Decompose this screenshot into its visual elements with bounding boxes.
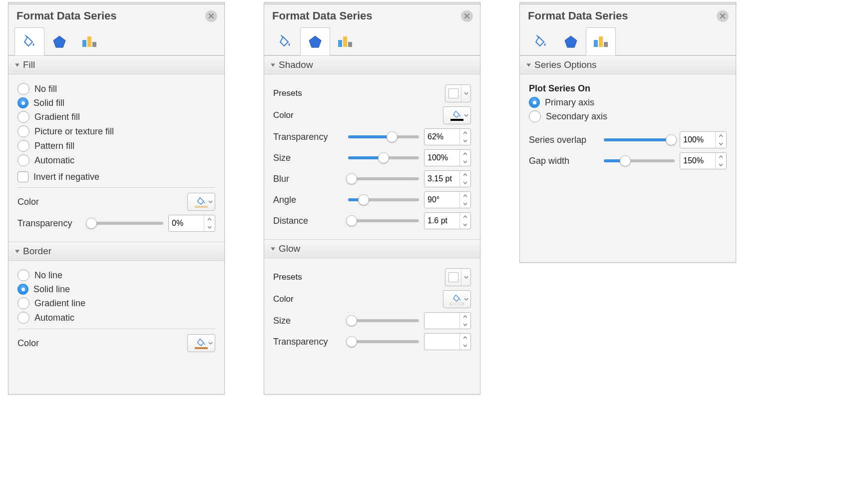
border-color-picker[interactable] — [187, 334, 215, 352]
radio-automatic-line[interactable]: Automatic — [17, 312, 215, 324]
glow-transparency-input[interactable] — [424, 333, 471, 350]
glow-size-input[interactable] — [424, 312, 471, 329]
color-label: Color — [273, 110, 294, 120]
stepper-down[interactable] — [460, 158, 470, 166]
stepper-down[interactable] — [460, 221, 470, 229]
fill-transparency-slider[interactable] — [87, 218, 163, 228]
series-overlap-input[interactable] — [680, 131, 727, 148]
glow-presets-dropdown[interactable] — [445, 268, 471, 286]
stepper-up[interactable] — [460, 313, 470, 321]
radio-secondary-axis[interactable]: Secondary axis — [529, 110, 727, 122]
shadow-angle-slider[interactable] — [348, 195, 419, 205]
tab-series-options[interactable] — [74, 27, 104, 55]
transparency-label: Transparency — [273, 337, 348, 347]
tab-series-options[interactable] — [586, 27, 616, 55]
stepper-up[interactable] — [460, 213, 470, 221]
radio-primary-axis[interactable]: Primary axis — [529, 97, 727, 108]
paint-bucket-icon — [196, 338, 206, 346]
tab-series-options[interactable] — [330, 27, 360, 55]
radio-solid-fill[interactable]: Solid fill — [17, 97, 215, 108]
stepper-down[interactable] — [460, 137, 470, 145]
close-button[interactable] — [717, 10, 729, 22]
bar-chart-icon — [337, 34, 354, 49]
stepper-down[interactable] — [204, 223, 214, 231]
paint-bucket-icon — [452, 110, 462, 118]
section-header-fill[interactable]: Fill — [8, 55, 224, 74]
presets-label: Presets — [273, 88, 302, 98]
stepper-up[interactable] — [460, 150, 470, 158]
shadow-blur-input[interactable] — [424, 170, 471, 187]
stepper-up[interactable] — [460, 334, 470, 342]
gap-width-input[interactable] — [680, 152, 727, 169]
fill-transparency-input[interactable] — [168, 215, 215, 232]
radio-gradient-fill[interactable]: Gradient fill — [17, 111, 215, 123]
series-overlap-slider[interactable] — [604, 135, 675, 145]
radio-picture-texture-fill[interactable]: Picture or texture fill — [17, 125, 215, 137]
shadow-color-picker[interactable] — [443, 106, 471, 124]
radio-no-fill[interactable]: No fill — [17, 83, 215, 95]
shadow-angle-input[interactable] — [424, 191, 471, 208]
format-panel-fill: Format Data Series Fill No fill Solid fi… — [8, 2, 225, 395]
distance-label: Distance — [273, 216, 348, 226]
radio-no-line[interactable]: No line — [17, 269, 215, 281]
chevron-down-icon — [461, 269, 470, 286]
stepper-up[interactable] — [716, 153, 726, 161]
shadow-distance-input[interactable] — [424, 212, 471, 229]
stepper-down[interactable] — [716, 161, 726, 169]
pentagon-icon — [52, 34, 67, 49]
paint-bucket-icon — [22, 34, 37, 49]
stepper-up[interactable] — [460, 192, 470, 200]
radio-pattern-fill[interactable]: Pattern fill — [17, 140, 215, 152]
title-bar: Format Data Series — [8, 4, 224, 25]
section-header-series-options[interactable]: Series Options — [520, 55, 736, 74]
disclosure-triangle-icon — [270, 62, 276, 68]
stepper-up[interactable] — [460, 129, 470, 137]
paint-bucket-icon — [278, 34, 293, 49]
stepper-down[interactable] — [460, 342, 470, 350]
section-header-glow[interactable]: Glow — [264, 239, 480, 258]
radio-automatic-fill[interactable]: Automatic — [17, 154, 215, 166]
svg-rect-2 — [92, 42, 96, 47]
svg-rect-4 — [343, 36, 347, 47]
stepper-up[interactable] — [716, 132, 726, 140]
tab-strip — [264, 27, 480, 55]
tab-fill-line[interactable] — [14, 27, 44, 55]
shadow-size-slider[interactable] — [348, 153, 419, 163]
section-label: Shadow — [279, 59, 313, 70]
fill-color-picker[interactable] — [187, 193, 215, 211]
shadow-transparency-input[interactable] — [424, 128, 471, 145]
radio-gradient-line[interactable]: Gradient line — [17, 297, 215, 309]
glow-size-slider[interactable] — [348, 316, 419, 326]
stepper-up[interactable] — [460, 171, 470, 179]
close-button[interactable] — [461, 10, 473, 22]
transparency-label: Transparency — [273, 132, 348, 142]
close-button[interactable] — [205, 10, 217, 22]
gap-width-slider[interactable] — [604, 156, 675, 166]
shadow-presets-dropdown[interactable] — [445, 84, 471, 102]
title-bar: Format Data Series — [520, 4, 736, 25]
glow-color-picker[interactable] — [443, 290, 471, 308]
shadow-distance-slider[interactable] — [348, 216, 419, 226]
shadow-blur-slider[interactable] — [348, 174, 419, 184]
section-header-border[interactable]: Border — [8, 242, 224, 261]
size-label: Size — [273, 153, 348, 163]
section-header-shadow[interactable]: Shadow — [264, 55, 480, 74]
pentagon-icon — [308, 34, 323, 49]
checkbox-invert-if-negative[interactable]: Invert if negative — [17, 171, 215, 182]
title-bar: Format Data Series — [264, 4, 480, 25]
shadow-transparency-slider[interactable] — [348, 132, 419, 142]
radio-solid-line[interactable]: Solid line — [17, 284, 215, 295]
stepper-down[interactable] — [460, 321, 470, 329]
stepper-down[interactable] — [460, 200, 470, 208]
tab-fill-line[interactable] — [270, 27, 300, 55]
glow-transparency-slider[interactable] — [348, 337, 419, 347]
shadow-size-input[interactable] — [424, 149, 471, 166]
stepper-down[interactable] — [460, 179, 470, 187]
tab-effects[interactable] — [44, 27, 74, 55]
tab-effects[interactable] — [300, 27, 330, 55]
tab-effects[interactable] — [556, 27, 586, 55]
tab-fill-line[interactable] — [526, 27, 556, 55]
stepper-up[interactable] — [204, 215, 214, 223]
close-icon — [464, 13, 470, 19]
stepper-down[interactable] — [716, 140, 726, 148]
